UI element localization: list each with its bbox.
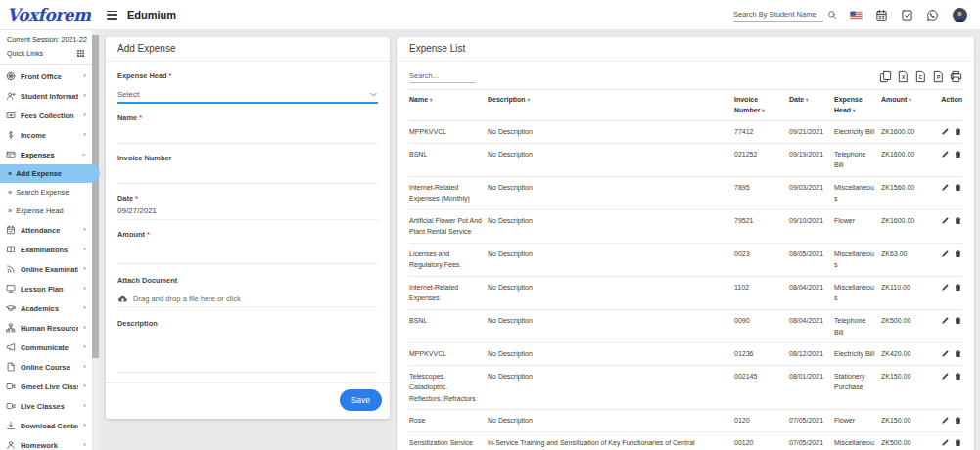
delete-button[interactable] [954,316,962,325]
date-input[interactable] [117,202,378,220]
save-button[interactable]: Save [340,389,382,411]
sidebar-item-expenses[interactable]: Expenses [0,145,92,164]
amount-input[interactable] [117,239,378,264]
edit-button[interactable] [941,183,950,192]
sidebar-item-communicate[interactable]: Communicate [0,338,92,357]
cell-expense-head: Electricity Bill [834,343,881,365]
table-search-input[interactable] [409,69,476,83]
column-label: Invoice Number [734,96,760,113]
chevron-down-icon [369,90,378,99]
sidebar-item-lesson-plan[interactable]: Lesson Plan [0,279,92,298]
expense-head-select[interactable]: Select [117,86,378,104]
delete-button[interactable] [954,283,962,292]
sidebar-item-download-center[interactable]: Download Center [0,416,92,435]
cell-action [932,277,962,309]
sidebar-item-label: Online Examinations [21,265,78,274]
delete-button[interactable] [954,127,962,136]
user-avatar-icon[interactable] [952,7,968,23]
column-header-amount[interactable]: Amount [881,95,932,115]
csv-button[interactable] [914,70,927,83]
sidebar-item-front-office[interactable]: Front Office [0,67,92,86]
sidebar-item-examinations[interactable]: Examinations [0,240,92,259]
edit-button[interactable] [941,416,950,425]
sidebar-item-income[interactable]: Income [0,125,92,145]
invoice-number-input[interactable] [117,162,378,184]
description-textarea[interactable] [117,328,378,373]
column-header-expense-head[interactable]: Expense Head [834,95,881,115]
grid-icon[interactable] [76,49,85,58]
cell-action [932,210,962,243]
edit-button[interactable] [941,316,950,325]
cell-action [932,432,962,450]
whatsapp-icon[interactable] [926,9,939,22]
sidebar-item-human-resource[interactable]: Human Resource [0,318,92,338]
delete-button[interactable] [954,249,962,258]
delete-button[interactable] [954,372,962,381]
sidebar-item-live-classes[interactable]: Live Classes [0,396,92,416]
sidebar-item-academics[interactable]: Academics [0,298,92,318]
amount-label: Amount [117,230,145,239]
sidebar-scrollbar[interactable] [92,29,99,450]
cell-amount: ZK150.00 [881,410,932,431]
column-header-description[interactable]: Description [488,95,734,115]
sidebar-item-attendance[interactable]: Attendance [0,220,92,240]
chevron-icon [78,324,86,332]
cell-action [932,410,962,431]
delete-button[interactable] [954,349,962,358]
delete-button[interactable] [954,438,962,447]
student-search-input[interactable] [733,8,823,22]
sidebar-item-label: Expenses [21,151,78,159]
name-input[interactable] [117,122,378,144]
edit-button[interactable] [941,127,950,136]
sidebar-item-fees-collection[interactable]: Fees Collection [0,106,92,125]
file-dropzone[interactable]: Drag and drop a file here or click [117,291,378,307]
delete-button[interactable] [954,216,962,225]
sidebar-subitem-expense-head[interactable]: Expense Head [0,202,92,220]
column-header-name[interactable]: Name [409,95,488,115]
brand-logo: Voxforem [7,5,91,24]
us-flag-icon[interactable] [850,9,863,22]
excel-button[interactable] [897,70,910,83]
cell-action [932,144,962,176]
edit-button[interactable] [941,249,950,258]
delete-button[interactable] [954,183,962,192]
column-header-invoice-number[interactable]: Invoice Number [734,95,789,115]
column-header-date[interactable]: Date [789,95,834,115]
edit-button[interactable] [941,438,950,447]
cell-invoice-number: 0090 [734,310,789,342]
hamburger-menu-icon[interactable] [107,11,117,20]
copy-button[interactable] [879,70,892,83]
delete-button[interactable] [954,150,962,158]
sidebar-subitem-search-expense[interactable]: Search Expense [0,183,92,202]
cell-action [932,177,962,209]
cell-action [932,366,962,410]
cell-expense-head: Flower [834,410,881,431]
edit-button[interactable] [941,349,950,358]
sidebar-item-online-examinations[interactable]: Online Examinations [0,259,92,279]
edit-button[interactable] [941,216,950,225]
form-footer: Save [106,382,390,419]
tasks-icon[interactable] [901,9,913,22]
chevron-icon [78,304,86,312]
megaphone-icon [6,342,16,352]
sidebar-item-online-course[interactable]: Online Course [0,357,92,377]
search-icon[interactable] [827,10,837,20]
sidebar-subitem-add-expense[interactable]: Add Expense [0,164,100,183]
sidebar-subitem-label: Add Expense [16,169,62,178]
scrollbar-thumb[interactable] [92,35,99,358]
calendar-icon[interactable] [875,9,888,22]
export-buttons [879,70,962,83]
edit-button[interactable] [941,283,950,292]
cell-date: 09/19/2021 [789,144,834,176]
sidebar-item-gmeet-live-classes[interactable]: Gmeet Live Classes [0,377,92,396]
edit-button[interactable] [941,372,950,381]
sidebar-item-homework[interactable]: Homework [0,435,92,450]
pdf-button[interactable] [932,70,945,83]
edit-button[interactable] [941,150,950,158]
delete-button[interactable] [954,416,962,425]
cell-name: Telescopes. Catadioptric. Reflectors. Re… [409,366,488,410]
cell-name: BSNL [409,144,488,176]
print-button[interactable] [950,70,962,83]
sidebar-item-student-information[interactable]: Student Information [0,86,92,106]
cell-description: No Description [488,366,734,410]
